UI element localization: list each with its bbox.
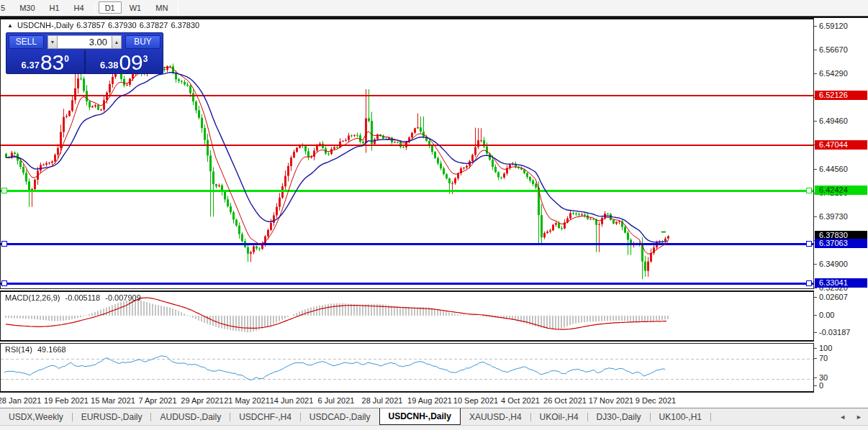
quote-low: 6.37827 xyxy=(140,21,168,29)
time-scale[interactable]: 28 Jan 202119 Feb 202115 Mar 20217 Apr 2… xyxy=(0,393,814,408)
date-tick-label: 19 Feb 2021 xyxy=(44,396,89,405)
sell-price-small: 6.37 xyxy=(22,60,40,70)
volume-decrease-icon[interactable]: ▼ xyxy=(48,35,58,49)
indicator-tick-mark xyxy=(814,315,817,316)
tab-usdcnh-daily[interactable]: USDCNH-,Daily xyxy=(379,408,461,425)
tab-usdcad-daily[interactable]: USDCAD-,Daily xyxy=(301,408,379,425)
date-tick-label: 6 Jul 2021 xyxy=(318,396,355,405)
tab-audusd-daily[interactable]: AUDUSD-,Daily xyxy=(151,408,230,425)
price-tick-mark xyxy=(814,50,817,50)
indicator-tick-label: 70 xyxy=(819,354,828,362)
price-tick-mark xyxy=(814,26,817,27)
date-tick-label: 10 Sep 2021 xyxy=(453,396,498,405)
indicator-tick-label: 100 xyxy=(819,344,832,352)
date-tick-label: 19 Aug 2021 xyxy=(407,396,452,405)
tab-ukoil-h4[interactable]: UKOil-,H4 xyxy=(531,408,587,425)
timeframe-toolbar: 5M30H1H4D1W1MN xyxy=(0,0,868,15)
tab-usdchf-h4[interactable]: USDCHF-,H4 xyxy=(230,408,300,425)
quote-high: 6.37930 xyxy=(108,21,137,29)
buy-price-pip: 3 xyxy=(143,54,148,64)
price-badge-6.52126: 6.52126 xyxy=(815,91,867,100)
tab-eurusd-daily[interactable]: EURUSD-,Daily xyxy=(73,408,151,425)
tab-scroll-left-icon[interactable]: ◄ xyxy=(839,413,846,421)
tab-dj30-daily[interactable]: DJ30-,Daily xyxy=(588,408,650,425)
indicator-tick-label: 0.00 xyxy=(819,311,834,319)
toolbar-separator xyxy=(94,2,95,13)
price-badge-6.42424: 6.42424 xyxy=(815,186,867,195)
indicator-tick-mark xyxy=(814,378,817,378)
date-tick-label: 4 Oct 2021 xyxy=(501,396,540,405)
price-tick-label: 6.59120 xyxy=(819,22,848,30)
chart-tab-bar: USDX,WeeklyEURUSD-,DailyAUDUSD-,DailyUSD… xyxy=(0,408,868,425)
date-tick-label: 28 Jul 2021 xyxy=(362,396,403,405)
macd-main-value: -0.005118 xyxy=(65,293,100,302)
tab-uk100-h1[interactable]: UK100-,H1 xyxy=(651,408,710,425)
timeframe-button-h4[interactable]: H4 xyxy=(68,1,91,14)
buy-button[interactable]: BUY xyxy=(125,35,161,49)
price-tick-label: 6.44560 xyxy=(819,165,848,173)
rsi-value: 49.1668 xyxy=(37,345,66,354)
price-badge-6.47044: 6.47044 xyxy=(815,140,867,150)
price-tick-mark xyxy=(814,169,817,170)
tab-usdx-weekly[interactable]: USDX,Weekly xyxy=(0,408,72,425)
rsi-indicator-pane: RSI(14) 49.1668 xyxy=(0,343,814,393)
chart-title: ▲ USDCNH-,Daily 6.37857 6.37930 6.37827 … xyxy=(7,21,199,29)
indicator-tick-label: 0.02607 xyxy=(819,293,848,301)
up-triangle-icon: ▲ xyxy=(7,22,13,29)
trading-platform-window: { "toolbar": { "items": ["5", "M30", "H1… xyxy=(0,0,868,430)
indicator-tick-label: -0.03187 xyxy=(819,328,850,337)
tab-scroll-arrows: ◄ ► xyxy=(839,408,862,426)
timeframe-button-h1[interactable]: H1 xyxy=(43,1,66,14)
price-tick-label: 6.39730 xyxy=(819,212,848,221)
price-tick-label: 6.34900 xyxy=(819,260,848,268)
volume-increase-icon[interactable]: ▲ xyxy=(112,35,122,49)
tab-scroll-right-icon[interactable]: ► xyxy=(856,413,862,421)
indicator-tick-mark xyxy=(814,385,817,386)
sell-price-big: 83 xyxy=(40,52,64,73)
timeframe-button-5[interactable]: 5 xyxy=(0,1,12,14)
toolbar-separator xyxy=(178,2,178,13)
indicator-tick-mark xyxy=(814,297,817,298)
buy-price-small: 6.38 xyxy=(100,60,118,70)
timeframe-button-w1[interactable]: W1 xyxy=(123,1,148,14)
price-tick-mark xyxy=(814,288,817,288)
date-tick-label: 7 Apr 2021 xyxy=(138,396,176,405)
indicator-tick-mark xyxy=(814,348,817,349)
date-tick-label: 17 Nov 2021 xyxy=(589,396,633,405)
price-scale[interactable]: 6.591206.566706.542906.518406.494606.470… xyxy=(814,18,868,289)
statusbar-strip xyxy=(0,425,868,430)
rsi-canvas[interactable] xyxy=(1,344,813,390)
tab-separator xyxy=(710,413,711,421)
date-tick-label: 14 Jun 2021 xyxy=(270,396,314,405)
price-badge-6.33041: 6.33041 xyxy=(815,278,867,288)
sell-price-display[interactable]: 6.37 83 0 xyxy=(6,50,84,74)
indicator-tick-label: 0 xyxy=(819,381,823,390)
price-tick-mark xyxy=(814,73,817,74)
volume-input[interactable]: 3.00 xyxy=(58,35,112,49)
buy-price-display[interactable]: 6.38 09 3 xyxy=(86,50,163,74)
price-tick-mark xyxy=(814,216,817,217)
timeframe-button-d1[interactable]: D1 xyxy=(99,1,122,14)
tab-xauusd-h4[interactable]: XAUUSD-,H4 xyxy=(461,408,530,425)
buy-price-big: 09 xyxy=(119,52,143,73)
date-tick-label: 29 Apr 2021 xyxy=(181,396,223,405)
price-tick-mark xyxy=(814,264,817,265)
price-badge-6.37063: 6.37063 xyxy=(815,239,867,248)
date-tick-label: 21 May 2021 xyxy=(224,396,270,405)
volume-stepper: ▼ 3.00 ▲ xyxy=(48,35,122,49)
indicator-tick-mark xyxy=(814,358,817,359)
sell-button[interactable]: SELL xyxy=(9,35,44,49)
chart-symbol-label: USDCNH-,Daily xyxy=(17,21,73,29)
timeframe-button-m30[interactable]: M30 xyxy=(13,1,41,14)
price-tick-label: 6.49460 xyxy=(819,116,848,125)
timeframe-button-mn[interactable]: MN xyxy=(149,1,174,14)
macd-label: MACD(12,26,9) -0.005118 -0.007909 xyxy=(5,293,144,302)
price-tick-mark xyxy=(814,121,817,122)
price-tick-label: 6.54290 xyxy=(819,69,848,78)
quote-close: 6.37830 xyxy=(171,21,199,29)
price-tick-label: 6.56670 xyxy=(819,45,848,54)
date-tick-label: 15 Mar 2021 xyxy=(91,396,135,405)
quote-open: 6.37857 xyxy=(76,21,105,29)
date-tick-label: 28 Jan 2021 xyxy=(0,396,41,405)
rsi-label: RSI(14) 49.1668 xyxy=(5,345,69,354)
